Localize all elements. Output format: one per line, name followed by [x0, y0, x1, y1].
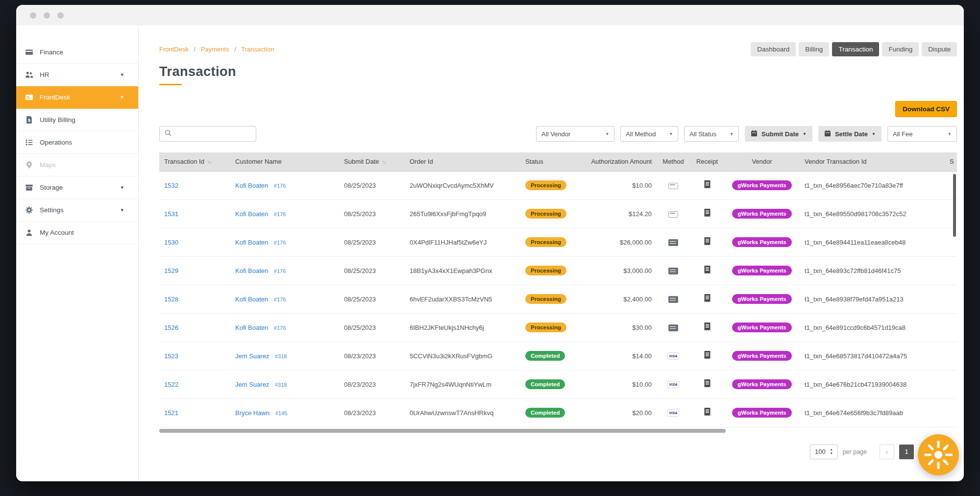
transaction-id-link[interactable]: 1528 — [164, 296, 178, 303]
sidebar-item-operations[interactable]: Operations — [16, 131, 138, 154]
billing-document-icon: $ — [25, 116, 33, 124]
settle-date-filter-button[interactable]: Settle Date ▼ — [818, 126, 882, 142]
customer-ref-link[interactable]: #176 — [274, 183, 286, 189]
traffic-light-minimize-icon[interactable] — [44, 12, 50, 19]
customer-name-link[interactable]: Bryce Hawn — [235, 409, 270, 417]
search-input[interactable] — [175, 130, 251, 138]
customer-name-link[interactable]: Kofi Boaten — [235, 182, 268, 189]
customer-ref-link[interactable]: #318 — [275, 382, 287, 388]
customer-name-link[interactable]: Kofi Boaten — [235, 210, 268, 218]
customer-name-link[interactable]: Jem Suarez — [235, 352, 269, 360]
sort-icon[interactable]: ↑↓ — [382, 159, 386, 165]
download-csv-button[interactable]: Download CSV — [895, 101, 957, 117]
vertical-scrollbar[interactable] — [953, 174, 956, 237]
vendor-badge: gWorks Payments — [732, 180, 792, 190]
customer-ref-link[interactable]: #176 — [274, 211, 286, 217]
tab-funding[interactable]: Funding — [882, 42, 919, 56]
submit-date-cell: 08/25/2023 — [339, 228, 405, 256]
traffic-light-close-icon[interactable] — [30, 12, 36, 19]
transaction-id-link[interactable]: 1532 — [164, 182, 178, 189]
gworks-logo-button[interactable] — [918, 434, 959, 475]
transaction-id-link[interactable]: 1530 — [164, 239, 178, 246]
tab-transaction[interactable]: Transaction — [832, 42, 879, 56]
sidebar-item-label: Maps — [40, 161, 56, 169]
per-page-select[interactable]: 100 ▲▼ — [810, 445, 838, 459]
receipt-icon[interactable] — [704, 266, 711, 276]
customer-name-link[interactable]: Kofi Boaten — [235, 239, 268, 246]
customer-name-link[interactable]: Jem Suarez — [235, 381, 269, 388]
tab-dashboard[interactable]: Dashboard — [751, 42, 796, 56]
window-titlebar — [16, 5, 964, 25]
receipt-icon[interactable] — [704, 322, 711, 333]
customer-ref-link[interactable]: #176 — [274, 240, 286, 246]
receipt-icon[interactable] — [704, 294, 711, 304]
customer-ref-link[interactable]: #176 — [274, 297, 286, 302]
breadcrumb-payments[interactable]: Payments — [201, 46, 229, 53]
transaction-id-link[interactable]: 1523 — [164, 352, 178, 360]
receipt-icon[interactable] — [704, 209, 711, 219]
sidebar-item-utility-billing[interactable]: $ Utility Billing — [16, 109, 138, 131]
receipt-icon[interactable] — [704, 180, 711, 191]
vendor-filter-value: All Vendor — [541, 130, 570, 138]
col-settle-truncated: S — [945, 152, 957, 171]
page-button-1[interactable]: 1 — [899, 445, 914, 459]
transaction-id-link[interactable]: 1521 — [164, 409, 178, 417]
sidebar: Finance HR ▾ FrontDesk ▾ $ Utili — [16, 25, 139, 481]
sidebar-item-my-account[interactable]: My Account — [16, 222, 138, 244]
chevron-down-icon: ▾ — [121, 207, 123, 213]
customer-ref-link[interactable]: #145 — [275, 410, 287, 416]
sidebar-item-label: Finance — [40, 49, 63, 56]
settle-cell-truncated — [945, 256, 957, 285]
stepper-icon: ▲▼ — [830, 448, 833, 455]
col-submit-date[interactable]: Submit Date↑↓ — [339, 152, 405, 171]
status-filter-select[interactable]: All Status ▼ — [684, 126, 739, 142]
status-badge: Processing — [525, 209, 566, 219]
submit-date-filter-button[interactable]: Submit Date ▼ — [745, 126, 812, 142]
vendor-badge: gWorks Payments — [732, 322, 792, 332]
transaction-id-link[interactable]: 1522 — [164, 381, 178, 388]
sidebar-item-finance[interactable]: Finance — [16, 41, 138, 64]
breadcrumb-transaction[interactable]: Transaction — [241, 46, 274, 53]
receipt-icon[interactable] — [704, 351, 711, 361]
tab-dispute[interactable]: Dispute — [922, 42, 957, 56]
pagination: 100 ▲▼ per page ‹ 1 2 3 — [159, 445, 957, 459]
customer-name-link[interactable]: Kofi Boaten — [235, 296, 268, 303]
sidebar-item-label: Settings — [40, 206, 64, 214]
prev-page-button[interactable]: ‹ — [880, 445, 894, 459]
sidebar-item-label: Storage — [40, 184, 63, 191]
sidebar-item-hr[interactable]: HR ▾ — [16, 64, 138, 86]
transaction-id-link[interactable]: 1526 — [164, 324, 178, 331]
people-icon — [25, 71, 33, 79]
customer-name-link[interactable]: Kofi Boaten — [235, 267, 268, 274]
receipt-icon[interactable] — [704, 237, 711, 248]
sort-icon[interactable]: ↑↓ — [207, 159, 211, 165]
sidebar-item-storage[interactable]: Storage ▾ — [16, 176, 138, 199]
chevron-down-icon: ▾ — [121, 94, 123, 100]
customer-ref-link[interactable]: #176 — [274, 268, 286, 274]
method-filter-select[interactable]: All Method ▼ — [620, 126, 678, 142]
col-vendor-transaction-id: Vendor Transaction Id — [800, 152, 945, 171]
receipt-icon[interactable] — [704, 379, 711, 390]
tab-billing[interactable]: Billing — [799, 42, 829, 56]
receipt-icon[interactable] — [704, 408, 711, 418]
transaction-id-link[interactable]: 1529 — [164, 267, 178, 274]
customer-ref-link[interactable]: #318 — [275, 353, 287, 359]
breadcrumb-frontdesk[interactable]: FrontDesk — [159, 46, 189, 53]
vendor-filter-select[interactable]: All Vendor ▼ — [536, 126, 614, 142]
vendor-badge: gWorks Payments — [732, 379, 792, 389]
traffic-light-maximize-icon[interactable] — [57, 12, 64, 19]
authorization-amount-cell: $2,400.00 — [572, 285, 657, 313]
vendor-transaction-id-cell: t1_txn_64e893c72ffb81d46f41c75 — [800, 256, 945, 285]
transaction-id-link[interactable]: 1531 — [164, 210, 178, 218]
horizontal-scrollbar[interactable] — [159, 429, 726, 433]
vendor-badge: gWorks Payments — [732, 209, 792, 219]
col-transaction-id[interactable]: Transaction Id↑↓ — [159, 152, 230, 171]
order-id-cell: 6hvEF2udarXXBS3TcMzVN5 — [405, 285, 520, 313]
status-badge: Completed — [525, 351, 565, 361]
order-id-cell: 265Tu9l6XxsFjbFmgTpqo9 — [405, 199, 520, 228]
customer-name-link[interactable]: Kofi Boaten — [235, 324, 268, 331]
customer-ref-link[interactable]: #176 — [274, 325, 286, 331]
fee-filter-select[interactable]: All Fee ▼ — [887, 126, 957, 142]
sidebar-item-settings[interactable]: Settings ▾ — [16, 199, 138, 222]
sidebar-item-frontdesk[interactable]: FrontDesk ▾ — [16, 86, 138, 109]
